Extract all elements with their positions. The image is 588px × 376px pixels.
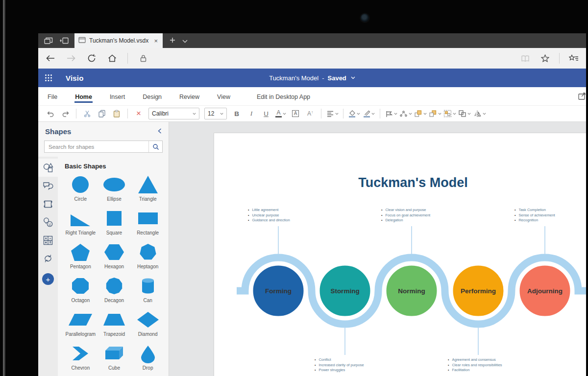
font-family-select[interactable]: Calibri (148, 108, 199, 119)
stencil-tab-basic-shapes[interactable] (38, 159, 58, 177)
undo-button[interactable] (44, 107, 57, 120)
shape-label: Circle (74, 196, 87, 202)
add-stencil-button[interactable]: + (42, 273, 54, 285)
italic-button[interactable]: I (245, 107, 258, 120)
stencil-shape-diamond[interactable]: Diamond (132, 310, 164, 337)
shape-label: Hexagon (104, 264, 124, 269)
menu-view[interactable]: View (217, 89, 231, 104)
paste-button[interactable] (110, 107, 123, 120)
app-launcher-icon[interactable] (38, 74, 59, 82)
flip-shape-button[interactable] (473, 107, 486, 120)
stencil-tab-banners[interactable] (38, 195, 58, 213)
connector-points-button[interactable] (399, 107, 412, 120)
title-separator: - (322, 74, 324, 82)
arrow-style-button[interactable] (385, 107, 397, 120)
grow-font-button[interactable]: A↑ (304, 107, 317, 120)
bullet-dot: • (514, 218, 515, 223)
stencil-tab-math-shapes[interactable] (38, 231, 58, 249)
new-tab-button[interactable] (170, 36, 175, 45)
tab-list-chevron-icon[interactable] (182, 36, 188, 45)
fill-color-button[interactable] (348, 107, 361, 120)
shape-search-input[interactable] (45, 141, 148, 152)
bullets-norming[interactable]: •Clear vision and purpose•Focus on goal … (381, 208, 455, 223)
stencil-shape-heptagon[interactable]: Heptagon (132, 242, 164, 269)
browser-tab[interactable]: Tuckman's Model.vsdx × (74, 33, 163, 48)
stencil-tab-fun-shapes[interactable] (38, 213, 58, 231)
share-icon[interactable] (578, 92, 588, 102)
bullet-text: Delegation (385, 218, 403, 223)
menu-design[interactable]: Design (142, 89, 162, 104)
align-button[interactable] (326, 107, 339, 120)
text-box-button[interactable]: A (289, 107, 302, 120)
menu-file[interactable]: File (47, 89, 58, 104)
send-backward-button[interactable] (429, 107, 441, 120)
delete-button[interactable]: × (132, 107, 145, 120)
bullet-text: Guidance and direction (252, 218, 290, 223)
stencil-shape-trapezoid[interactable]: Trapezoid (98, 310, 130, 337)
dropdown-caret-icon (453, 113, 456, 115)
tab-preview-icon[interactable] (42, 35, 55, 46)
combine-shapes-button[interactable] (458, 107, 471, 120)
hub-icon[interactable] (568, 53, 579, 64)
menu-home[interactable]: Home (74, 89, 93, 104)
refresh-icon[interactable] (86, 53, 97, 64)
stencil-shape-right-triangle[interactable]: Right Triangle (65, 209, 97, 235)
search-icon[interactable] (148, 141, 162, 152)
group-button[interactable] (443, 107, 456, 120)
set-tabs-aside-icon[interactable] (58, 35, 71, 46)
shape-label: Triangle (139, 196, 157, 202)
stencil-shape-ellipse[interactable]: Ellipse (98, 175, 130, 202)
reading-view-icon[interactable] (520, 53, 531, 64)
line-color-button[interactable] (363, 107, 375, 120)
status-chevron-icon[interactable] (351, 76, 355, 79)
tab-close-icon[interactable]: × (153, 37, 159, 45)
stencil-shape-circle[interactable]: Circle (65, 175, 97, 202)
favorite-star-icon[interactable] (539, 53, 550, 64)
stencil-shape-can[interactable]: Can (132, 276, 164, 303)
redo-button[interactable] (59, 107, 72, 120)
stencil-shape-drop[interactable]: Drop (132, 344, 164, 371)
bullets-performing[interactable]: •Agreement and consensus•Clear roles and… (448, 357, 521, 373)
shape-label: Drop (143, 365, 153, 371)
bullets-forming[interactable]: •Little agreement•Unclear purpose•Guidan… (248, 208, 321, 223)
font-color-button[interactable]: A (274, 107, 287, 120)
browser-tab-bar: Tuckman's Model.vsdx × (38, 33, 586, 48)
stencil-shape-chevron[interactable]: Chevron (65, 344, 97, 371)
save-status[interactable]: Saved (328, 74, 346, 82)
bullet-text: Clear roles and responsibilities (452, 363, 502, 368)
stencil-shape-square[interactable]: Square (98, 209, 130, 235)
back-icon[interactable] (45, 53, 56, 64)
stencil-tab-cycle-shapes[interactable] (38, 249, 58, 267)
stencil-shape-parallelogram[interactable]: Parallelogram (65, 310, 97, 337)
bring-forward-button[interactable] (414, 107, 427, 120)
cut-button[interactable] (81, 107, 94, 120)
stencil-shape-cube[interactable]: Cube (98, 344, 130, 371)
stencil-shape-decagon[interactable]: Decagon (98, 276, 130, 303)
underline-button[interactable]: U (260, 107, 272, 120)
font-size-select[interactable]: 12 (204, 108, 227, 119)
bullets-storming[interactable]: •Conflict•Increased clarity of purpose•P… (315, 357, 388, 373)
bold-button[interactable]: B (230, 107, 243, 120)
bullets-adjourning[interactable]: •Task Completion•Sense of achievement•Re… (514, 208, 586, 223)
tab-title: Tuckman's Model.vsdx (89, 37, 149, 44)
stencil-shape-hexagon[interactable]: Hexagon (98, 242, 130, 269)
ribbon-toolbar: ×Calibri12BIUAAA↑ (38, 105, 586, 122)
drawing-canvas[interactable]: Tuckman's Model FormingStormingNormingPe… (169, 122, 586, 376)
copy-button[interactable] (96, 107, 108, 120)
bullet-dot: • (315, 357, 316, 363)
menu-review[interactable]: Review (179, 89, 200, 104)
drawing-page[interactable]: Tuckman's Model FormingStormingNormingPe… (214, 133, 586, 376)
menu-edit-in-desktop-app[interactable]: Edit in Desktop App (256, 89, 311, 104)
stencil-shape-rectangle[interactable]: Rectangle (132, 209, 164, 235)
stage-label-performing: Performing (461, 287, 496, 295)
dropdown-caret-icon (283, 113, 286, 115)
home-icon[interactable] (107, 53, 118, 64)
stencil-shape-pentagon[interactable]: Pentagon (65, 242, 97, 269)
collapse-panel-icon[interactable] (158, 127, 162, 136)
bullet-dot: • (315, 368, 316, 373)
bullet-text: Increased clarity of purpose (318, 363, 364, 368)
stencil-tab-callouts[interactable] (38, 177, 58, 195)
stencil-shape-triangle[interactable]: Triangle (132, 175, 164, 202)
menu-insert[interactable]: Insert (109, 89, 125, 104)
stencil-shape-octagon[interactable]: Octagon (65, 276, 97, 303)
